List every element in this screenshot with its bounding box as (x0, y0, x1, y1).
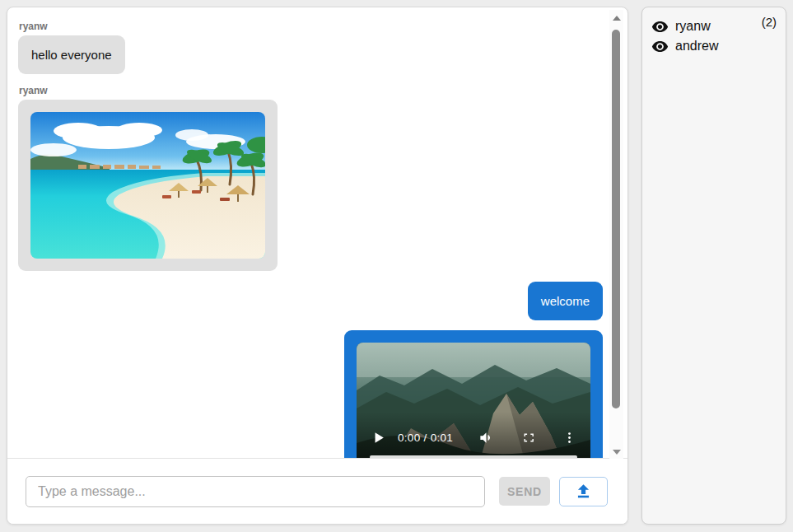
beach-photo-image[interactable] (30, 112, 265, 259)
video-overflow-menu-button[interactable] (562, 431, 576, 445)
video-fullscreen-button[interactable] (521, 431, 535, 445)
participant-row[interactable]: andrew (651, 36, 777, 56)
message-list[interactable]: ryanw hello everyone ryanw (7, 7, 627, 459)
video-play-button[interactable] (371, 430, 386, 446)
participant-count-badge: (2) (762, 15, 777, 29)
messages-scrollbar[interactable] (609, 10, 623, 462)
composer-bar: SEND (7, 459, 627, 524)
message-sender-label: ryanw (19, 85, 603, 96)
video-message-bubble[interactable]: 0:00 / 0:01 (344, 330, 603, 459)
chat-panel: ryanw hello everyone ryanw (7, 7, 628, 525)
participant-name: andrew (675, 38, 718, 54)
message-input[interactable] (26, 476, 485, 507)
volume-icon (478, 430, 494, 446)
text-message-bubble: welcome (528, 282, 603, 320)
send-button[interactable]: SEND (499, 477, 550, 506)
video-controls-bar: 0:00 / 0:01 (357, 427, 590, 448)
scrollbar-thumb[interactable] (612, 30, 620, 408)
video-player[interactable]: 0:00 / 0:01 (357, 343, 590, 459)
scrollbar-up-arrow-icon[interactable] (609, 12, 623, 25)
participant-name: ryanw (675, 18, 711, 35)
eye-icon[interactable] (651, 38, 669, 55)
video-time-label: 0:00 / 0:01 (398, 430, 453, 446)
overflow-menu-icon (562, 431, 576, 445)
fullscreen-icon (521, 431, 535, 445)
text-message-bubble: hello everyone (18, 35, 125, 74)
image-message-bubble[interactable] (18, 100, 278, 271)
upload-icon (575, 483, 592, 500)
video-mute-button[interactable] (478, 430, 494, 446)
participants-panel: (2) ryanw andrew (641, 7, 786, 525)
eye-icon[interactable] (651, 18, 669, 35)
scrollbar-down-arrow-icon[interactable] (609, 446, 623, 459)
play-icon (371, 430, 386, 446)
upload-button[interactable] (559, 477, 608, 506)
message-sender-label: ryanw (19, 21, 603, 32)
participant-row[interactable]: ryanw (651, 16, 777, 36)
